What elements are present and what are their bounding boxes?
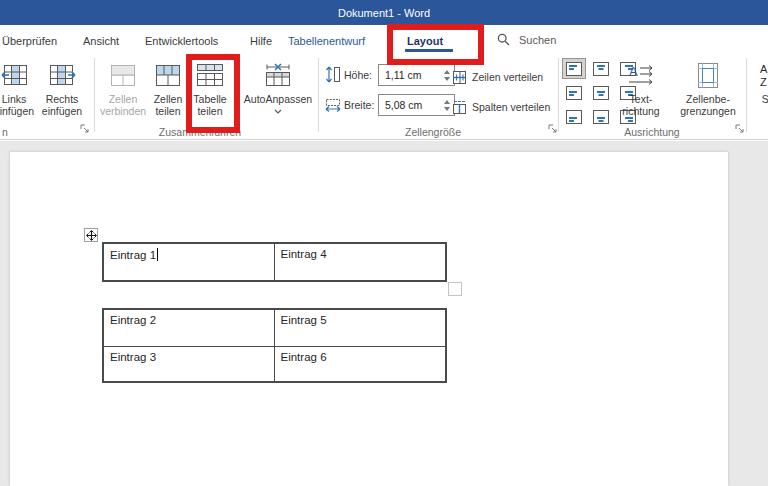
row-height-label: Höhe: <box>344 69 372 81</box>
align-bottom-center-button[interactable] <box>589 106 613 127</box>
table-cell[interactable]: Eintrag 4 <box>275 244 446 280</box>
group-separator <box>746 58 747 132</box>
merge-cells-icon <box>110 60 136 90</box>
table-move-handle[interactable] <box>84 228 98 242</box>
sort-label: Sor <box>762 93 768 105</box>
align-top-center-icon <box>593 62 609 76</box>
active-tab-underline <box>405 49 453 52</box>
table-resize-handle[interactable] <box>448 282 462 296</box>
align-center-left-icon <box>566 86 582 100</box>
align-top-left-button[interactable] <box>562 58 586 79</box>
column-width-value: 5,08 cm <box>379 99 440 111</box>
row-height-field[interactable]: 1,11 cm <box>378 64 455 86</box>
sort-icon: A Z <box>758 60 768 90</box>
table-cell[interactable]: Eintrag 1 <box>104 244 275 280</box>
cell-text: Eintrag 3 <box>110 351 156 363</box>
cell-margins-button[interactable]: Zellenbe- grenzungen <box>676 58 740 134</box>
table-row: Eintrag 2 Eintrag 5 <box>104 310 445 346</box>
insert-right-label: einfügen <box>42 105 82 117</box>
insert-right-label: Rechts <box>46 93 79 105</box>
align-center-button[interactable] <box>589 82 613 103</box>
distribute-rows-icon <box>452 70 467 85</box>
align-center-icon <box>593 86 609 100</box>
cell-text: Eintrag 2 <box>110 314 156 326</box>
align-bottom-left-button[interactable] <box>562 106 586 127</box>
insert-right-icon <box>49 60 76 90</box>
search-box[interactable]: Suchen <box>497 33 556 46</box>
group-label-rows-cols: n <box>0 126 10 138</box>
distribute-rows-button[interactable]: Zeilen verteilen <box>452 67 543 87</box>
dialog-launcher-icon[interactable] <box>735 124 745 134</box>
dialog-launcher-icon[interactable] <box>548 124 558 134</box>
sort-button[interactable]: A Z Sor <box>748 58 768 134</box>
table-lower[interactable]: Eintrag 2 Eintrag 5 Eintrag 3 Eintrag 6 <box>102 308 447 383</box>
text-direction-button[interactable]: A Text- richtung <box>616 58 666 134</box>
align-top-center-button[interactable] <box>589 58 613 79</box>
chevron-down-icon <box>274 109 282 114</box>
group-separator <box>558 58 559 132</box>
document-page[interactable]: Eintrag 1 Eintrag 4 Eintrag 2 Eintrag 5 … <box>10 152 728 486</box>
tab-tabellenentwurf[interactable]: Tabellenentwurf <box>288 35 365 47</box>
cell-margins-label: Zellenbe- <box>686 93 730 105</box>
distribute-rows-label: Zeilen verteilen <box>472 71 543 83</box>
text-direction-label: richtung <box>622 105 659 117</box>
align-center-left-button[interactable] <box>562 82 586 103</box>
distribute-columns-label: Spalten verteilen <box>472 101 550 113</box>
tab-ansicht[interactable]: Ansicht <box>83 35 119 47</box>
table-cell[interactable]: Eintrag 5 <box>275 310 446 346</box>
svg-text:A: A <box>760 63 768 75</box>
insert-right-button[interactable]: Rechts einfügen <box>35 58 89 134</box>
group-separator <box>318 58 319 132</box>
cell-margins-label: grenzungen <box>680 105 735 117</box>
table-cell[interactable]: Eintrag 6 <box>275 347 446 382</box>
autofit-icon <box>263 60 293 90</box>
split-cells-icon <box>155 60 181 90</box>
distribute-columns-icon <box>452 100 467 115</box>
column-width-icon <box>325 98 341 112</box>
svg-text:A: A <box>629 64 638 79</box>
insert-left-icon <box>1 60 28 90</box>
title-bar: Dokument1 - Word <box>0 0 768 25</box>
ribbon: Links einfügen Rechts einfügen n <box>0 55 768 140</box>
ribbon-tab-row: Überprüfen Ansicht Entwicklertools Hilfe… <box>0 25 768 55</box>
dialog-launcher-icon[interactable] <box>80 124 90 134</box>
cell-text: Eintrag 4 <box>281 248 327 260</box>
group-label-merge: Zusammenführen <box>130 126 270 138</box>
table-cell[interactable]: Eintrag 2 <box>104 310 275 346</box>
table-cell[interactable]: Eintrag 3 <box>104 347 275 382</box>
document-area: Eintrag 1 Eintrag 4 Eintrag 2 Eintrag 5 … <box>0 141 768 486</box>
autofit-button[interactable]: AutoAnpassen <box>240 58 316 134</box>
table-row: Eintrag 1 Eintrag 4 <box>104 244 445 280</box>
row-height-value: 1,11 cm <box>379 69 440 81</box>
tab-layout[interactable]: Layout <box>407 35 443 47</box>
align-bottom-center-icon <box>593 110 609 124</box>
align-bottom-left-icon <box>566 110 582 124</box>
search-icon <box>497 33 510 46</box>
tab-hilfe[interactable]: Hilfe <box>250 35 272 47</box>
cell-text: Eintrag 5 <box>281 314 327 326</box>
cell-text: Eintrag 1 <box>110 249 156 261</box>
column-width-field[interactable]: 5,08 cm <box>378 94 455 116</box>
distribute-columns-button[interactable]: Spalten verteilen <box>452 97 550 117</box>
column-width-label: Breite: <box>344 99 374 111</box>
split-table-icon <box>196 60 224 90</box>
text-direction-label: Text- <box>630 93 653 105</box>
split-cells-label: teilen <box>155 105 180 117</box>
cell-text: Eintrag 6 <box>281 351 327 363</box>
tab-entwicklertools[interactable]: Entwicklertools <box>145 35 218 47</box>
table-upper[interactable]: Eintrag 1 Eintrag 4 <box>102 242 447 282</box>
autofit-label: AutoAnpassen <box>244 93 312 105</box>
table-row: Eintrag 3 Eintrag 6 <box>104 346 445 382</box>
split-table-label: Tabelle <box>193 93 226 105</box>
split-table-button[interactable]: Tabelle teilen <box>184 58 236 134</box>
svg-text:Z: Z <box>760 76 767 88</box>
search-label: Suchen <box>519 34 556 46</box>
tab-ueberpruefen[interactable]: Überprüfen <box>2 35 57 47</box>
align-top-left-icon <box>566 62 582 76</box>
text-cursor <box>157 248 158 261</box>
split-cells-label: Zellen <box>154 93 183 105</box>
move-cross-icon <box>86 230 97 241</box>
window-title: Dokument1 - Word <box>338 7 430 19</box>
split-table-label: teilen <box>197 105 222 117</box>
insert-left-label: Links <box>2 93 27 105</box>
